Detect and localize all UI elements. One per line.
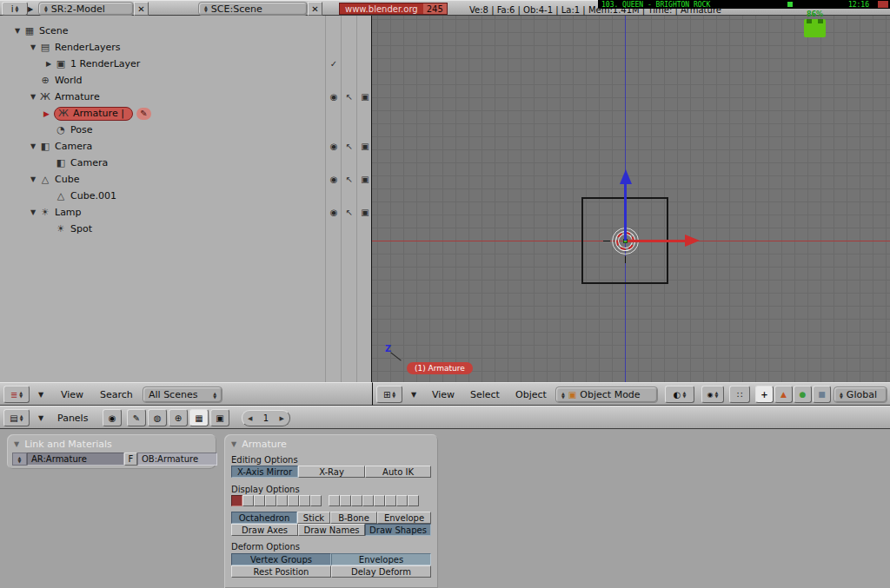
outliner-row-armature-object[interactable]: Ж Armature ◉ ↖ ▣ — [0, 89, 371, 105]
expand-icon[interactable] — [43, 60, 54, 68]
delay-deform-toggle[interactable]: Delay Deform — [331, 565, 431, 578]
outliner-row-renderlayers[interactable]: ▤ RenderLayers — [0, 39, 371, 56]
draw-shapes-toggle[interactable]: Draw Shapes — [365, 524, 431, 536]
manipulator-x-arrowhead[interactable] — [685, 235, 700, 247]
blender-version-button[interactable]: www.blender.org 245 — [339, 3, 448, 15]
outliner-row-armature-data[interactable]: ▶ Ж Armature | ✎ — [0, 105, 371, 122]
draw-type-dropdown[interactable]: ◐ — [665, 386, 694, 403]
shading-context-button[interactable]: ◍ — [148, 409, 167, 426]
manipulator-translate-button[interactable]: ▲ — [774, 386, 793, 403]
armature-data-name-field[interactable]: AR:Armature — [27, 453, 124, 466]
expand-icon[interactable] — [28, 142, 38, 150]
outliner-row-lamp-object[interactable]: ☀ Lamp ◉ ↖ ▣ — [0, 204, 371, 221]
menu-view[interactable]: View — [432, 389, 455, 400]
selectability-arrow-icon[interactable]: ↖ — [343, 208, 355, 217]
menu-view[interactable]: View — [61, 389, 83, 400]
selectability-arrow-icon[interactable]: ↖ — [343, 175, 355, 184]
renderability-icon[interactable]: ▣ — [359, 142, 371, 151]
editor-type-button[interactable]: ⊞ — [376, 386, 402, 403]
visibility-eye-icon[interactable]: ◉ — [328, 208, 340, 217]
fake-user-button[interactable]: F — [124, 453, 137, 466]
armature-data-browse-button[interactable] — [12, 453, 27, 466]
scene-filter-dropdown[interactable]: All Scenes — [143, 386, 222, 403]
armature-layer-toggle[interactable] — [340, 495, 351, 506]
screen-selector[interactable]: SR:2-Model — [38, 2, 134, 16]
outliner-row-world[interactable]: ⊕ World — [0, 72, 371, 89]
panel-collapse-icon[interactable] — [231, 440, 236, 448]
outliner-row-spot[interactable]: ☀ Spot — [0, 221, 371, 237]
armature-layer-toggle[interactable] — [310, 495, 322, 506]
armature-layer-toggle[interactable] — [351, 495, 362, 506]
logic-context-button[interactable]: ◉ — [103, 409, 122, 426]
selectability-arrow-icon[interactable]: ↖ — [343, 142, 355, 151]
manipulator-x-arrow[interactable] — [628, 240, 685, 242]
drawtype-octahedron-button[interactable]: Octahedron — [231, 512, 297, 524]
visibility-eye-icon[interactable]: ◉ — [328, 175, 340, 184]
armature-layer-toggle[interactable] — [385, 495, 396, 506]
menu-collapse-icon[interactable] — [38, 391, 43, 399]
menu-panels[interactable]: Panels — [57, 413, 88, 424]
snap-button[interactable]: ∷ — [729, 386, 750, 403]
panel-header[interactable]: Armature — [224, 434, 438, 450]
editing-context-button[interactable]: ▦ — [189, 409, 209, 426]
armature-layer-toggle[interactable] — [265, 495, 276, 506]
screen-unlink-button[interactable]: ✕ — [134, 2, 149, 16]
drawtype-stick-button[interactable]: Stick — [297, 512, 330, 524]
armature-layer-toggle[interactable] — [231, 495, 242, 506]
object-context-button[interactable]: ⊕ — [169, 409, 188, 426]
expand-icon[interactable] — [28, 175, 38, 183]
editor-type-button[interactable]: i — [2, 2, 28, 16]
expand-icon[interactable] — [28, 43, 38, 51]
draw-names-toggle[interactable]: Draw Names — [298, 524, 365, 536]
x-axis-mirror-toggle[interactable]: X-Axis Mirror — [231, 466, 298, 478]
spin-right-icon[interactable]: ▶ — [280, 415, 284, 422]
armature-layer-toggle[interactable] — [374, 495, 385, 506]
menu-collapse-icon[interactable] — [411, 391, 416, 399]
selectability-arrow-icon[interactable]: ↖ — [343, 92, 355, 102]
visibility-eye-icon[interactable]: ◉ — [328, 92, 340, 102]
check-icon[interactable]: ✓ — [328, 59, 340, 69]
renderability-icon[interactable]: ▣ — [359, 92, 371, 102]
outliner-row-cube-object[interactable]: △ Cube ◉ ↖ ▣ — [0, 171, 371, 188]
scene-context-button[interactable]: ▣ — [210, 409, 229, 426]
mode-dropdown[interactable]: ▣ Object Mode — [555, 386, 658, 403]
renderability-icon[interactable]: ▣ — [359, 208, 371, 217]
manipulator-toggle-button[interactable]: + — [755, 386, 774, 403]
armature-layer-toggle[interactable] — [329, 495, 340, 506]
armature-layer-toggle[interactable] — [276, 495, 288, 506]
auto-ik-toggle[interactable]: Auto IK — [365, 466, 431, 478]
manipulator-scale-button[interactable]: ■ — [813, 386, 831, 403]
manipulator-z-arrowhead[interactable] — [620, 169, 632, 184]
scene-selector[interactable]: SCE:Scene — [198, 2, 308, 16]
armature-layer-toggle[interactable] — [288, 495, 299, 506]
x-ray-toggle[interactable]: X-Ray — [298, 466, 365, 478]
outliner-row-pose[interactable]: ◔ Pose — [0, 122, 371, 138]
outliner-row-renderlayer[interactable]: ▣ 1 RenderLayer ✓ — [0, 56, 371, 72]
outliner-row-camera-object[interactable]: ◧ Camera ◉ ↖ ▣ — [0, 138, 371, 155]
vertex-groups-toggle[interactable]: Vertex Groups — [231, 553, 331, 565]
editor-type-button[interactable]: ▤ — [3, 409, 30, 426]
pivot-dropdown[interactable]: ◉ — [701, 386, 724, 403]
outliner-row-camera-data[interactable]: ◧ Camera — [0, 155, 371, 171]
object-name-field[interactable]: OB:Armature — [137, 453, 217, 466]
expand-icon[interactable] — [28, 208, 38, 216]
outliner-panel[interactable]: ▦ Scene ▤ RenderLayers ▣ 1 RenderLayer ✓… — [0, 16, 372, 382]
expand-icon[interactable] — [28, 93, 38, 101]
spin-left-icon[interactable]: ◀ — [248, 415, 252, 422]
drawtype-envelope-button[interactable]: Envelope — [377, 512, 431, 524]
script-context-button[interactable]: ✎ — [127, 409, 146, 426]
armature-layer-toggle[interactable] — [242, 495, 254, 506]
outliner-row-scene[interactable]: ▦ Scene — [0, 23, 371, 39]
panel-collapse-icon[interactable] — [14, 440, 19, 448]
envelopes-toggle[interactable]: Envelopes — [331, 553, 431, 565]
manipulator-z-arrow[interactable] — [624, 183, 627, 241]
frame-number-stepper[interactable]: ◀ 1 ▶ — [242, 410, 290, 426]
renderability-icon[interactable]: ▣ — [359, 175, 371, 184]
menu-collapse-icon[interactable] — [28, 5, 33, 13]
viewport-3d[interactable]: Z (1) Armature — [372, 16, 890, 382]
armature-layer-toggle[interactable] — [299, 495, 310, 506]
outliner-row-cube-data[interactable]: △ Cube.001 — [0, 188, 371, 204]
menu-search[interactable]: Search — [100, 389, 133, 400]
visibility-eye-icon[interactable]: ◉ — [328, 142, 340, 151]
armature-layer-toggle[interactable] — [396, 495, 408, 506]
